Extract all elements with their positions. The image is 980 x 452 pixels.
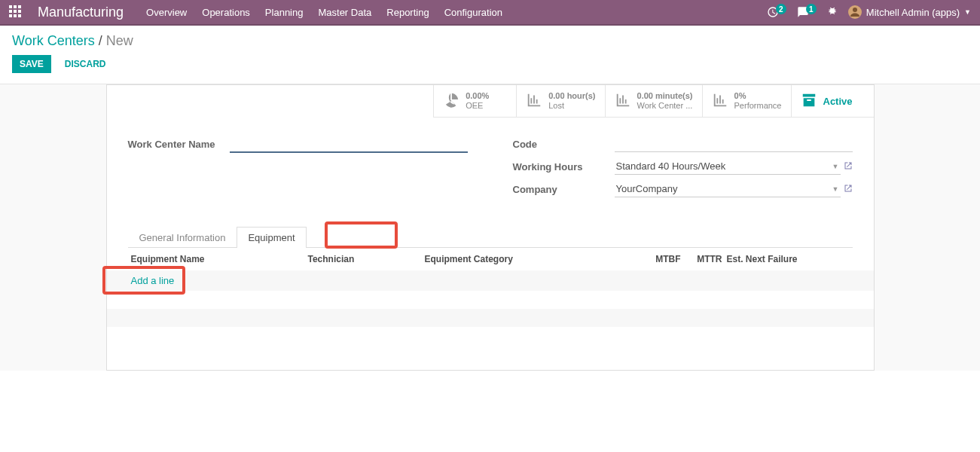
caret-down-icon: ▼ [832,163,839,170]
user-name: Mitchell Admin (apps) [866,7,960,18]
label-company: Company [513,184,615,195]
menu-configuration[interactable]: Configuration [444,7,502,18]
table-row [107,291,874,309]
bar-chart-icon [712,92,728,111]
debug-icon[interactable] [827,6,838,19]
label-hours: Working Hours [513,161,615,173]
tab-content-equipment: Equipment Name Technician Equipment Cate… [107,248,874,346]
equipment-table-body: Add a line [128,270,853,331]
add-a-line[interactable]: Add a line [107,270,874,291]
menu-operations[interactable]: Operations [202,7,250,18]
form-sheet: 0.00%OEE 0.00 hour(s)Lost 0.00 minute(s)… [106,84,875,371]
external-link-icon[interactable] [844,184,853,195]
control-panel: Work Centers / New SAVE DISCARD [0,26,980,84]
save-button[interactable]: SAVE [12,55,51,73]
discard-button[interactable]: DISCARD [57,55,114,73]
bar-chart-icon [526,92,542,111]
col-technician[interactable]: Technician [308,254,425,264]
messages-badge: 1 [806,4,817,14]
breadcrumb: Work Centers / New [12,33,968,49]
activity-notification[interactable]: 2 [767,6,786,18]
label-code: Code [513,139,615,150]
code-input[interactable] [615,136,853,152]
form-body: Work Center Name Code Working Hours Stan… [107,118,874,203]
topbar-right: 2 1 Mitchell Admin (apps) ▼ [767,5,971,19]
stat-lost[interactable]: 0.00 hour(s)Lost [516,85,604,118]
app-brand: Manufacturing [38,5,124,20]
col-equipment-category[interactable]: Equipment Category [425,254,628,264]
control-buttons: SAVE DISCARD [12,55,968,73]
pie-chart-icon [443,92,459,111]
breadcrumb-parent[interactable]: Work Centers [12,33,95,48]
col-mttr[interactable]: MTTR [681,254,722,264]
stat-oee[interactable]: 0.00%OEE [433,85,516,118]
breadcrumb-current: New [106,33,133,48]
table-row [107,309,874,327]
avatar-icon [848,5,862,19]
menu-planning[interactable]: Planning [265,7,304,18]
user-menu[interactable]: Mitchell Admin (apps) ▼ [848,5,971,19]
svg-point-0 [853,8,857,12]
menu-master-data[interactable]: Master Data [318,7,371,18]
caret-down-icon: ▼ [964,8,971,16]
caret-down-icon: ▼ [832,185,839,193]
menu-reporting[interactable]: Reporting [386,7,429,18]
activity-badge: 2 [776,4,786,14]
main-menu: Overview Operations Planning Master Data… [146,7,767,18]
working-hours-select[interactable]: Standard 40 Hours/Week ▼ [615,158,841,175]
col-equipment-name[interactable]: Equipment Name [131,254,308,264]
label-name: Work Center Name [128,139,230,150]
stat-button-bar: 0.00%OEE 0.00 hour(s)Lost 0.00 minute(s)… [107,85,874,118]
external-link-icon[interactable] [844,161,853,173]
bar-chart-icon [615,92,631,111]
equipment-table-header: Equipment Name Technician Equipment Cate… [128,248,853,270]
breadcrumb-sep: / [99,33,106,48]
work-center-name-input[interactable] [230,136,468,153]
col-mtbf[interactable]: MTBF [628,254,681,264]
archive-icon [801,92,817,111]
company-select[interactable]: YourCompany ▼ [615,181,841,197]
tab-bar: General Information Equipment [128,226,853,248]
messages-notification[interactable]: 1 [797,6,817,18]
col-est-next-failure[interactable]: Est. Next Failure [722,254,850,264]
stat-load[interactable]: 0.00 minute(s)Work Center ... [605,85,702,118]
stat-performance[interactable]: 0%Performance [702,85,791,118]
top-navbar: Manufacturing Overview Operations Planni… [0,0,980,26]
menu-overview[interactable]: Overview [146,7,187,18]
tab-general-information[interactable]: General Information [128,227,237,248]
apps-grid-icon[interactable] [9,5,23,19]
stat-active[interactable]: Active [791,85,874,118]
tab-equipment[interactable]: Equipment [237,227,306,248]
